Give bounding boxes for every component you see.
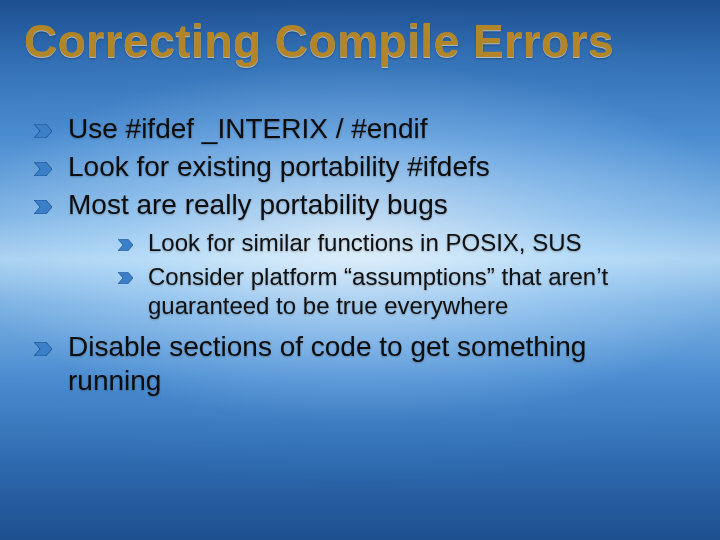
- list-item: Use #ifdef _INTERIX / #endif: [34, 112, 686, 146]
- arrow-bullet-icon: [118, 239, 133, 251]
- list-item: Most are really portability bugs Look fo…: [34, 188, 686, 320]
- bullet-text: Consider platform “assumptions” that are…: [148, 263, 608, 319]
- bullet-text: Use #ifdef _INTERIX / #endif: [68, 113, 428, 144]
- svg-marker-5: [34, 342, 52, 356]
- bullet-text: Look for similar functions in POSIX, SUS: [148, 229, 582, 256]
- slide-content: Use #ifdef _INTERIX / #endif Look for ex…: [34, 112, 686, 403]
- slide: Correcting Compile Errors Use #ifdef _IN…: [0, 0, 720, 540]
- list-item: Look for existing portability #ifdefs: [34, 150, 686, 184]
- arrow-bullet-icon: [118, 272, 133, 284]
- bullet-text: Look for existing portability #ifdefs: [68, 151, 490, 182]
- arrow-bullet-icon: [34, 200, 52, 214]
- arrow-bullet-icon: [34, 124, 52, 138]
- svg-marker-4: [118, 272, 133, 284]
- bullet-list-level-2: Look for similar functions in POSIX, SUS…: [68, 228, 686, 320]
- bullet-text: Most are really portability bugs: [68, 189, 448, 220]
- svg-marker-2: [34, 200, 52, 214]
- list-item: Consider platform “assumptions” that are…: [118, 262, 686, 321]
- bullet-list-level-1: Use #ifdef _INTERIX / #endif Look for ex…: [34, 112, 686, 399]
- svg-marker-3: [118, 239, 133, 251]
- bullet-text: Disable sections of code to get somethin…: [68, 331, 586, 396]
- list-item: Disable sections of code to get somethin…: [34, 330, 686, 398]
- arrow-bullet-icon: [34, 162, 52, 176]
- arrow-bullet-icon: [34, 342, 52, 356]
- slide-title: Correcting Compile Errors: [24, 14, 696, 68]
- svg-marker-0: [34, 124, 52, 138]
- svg-marker-1: [34, 162, 52, 176]
- list-item: Look for similar functions in POSIX, SUS: [118, 228, 686, 257]
